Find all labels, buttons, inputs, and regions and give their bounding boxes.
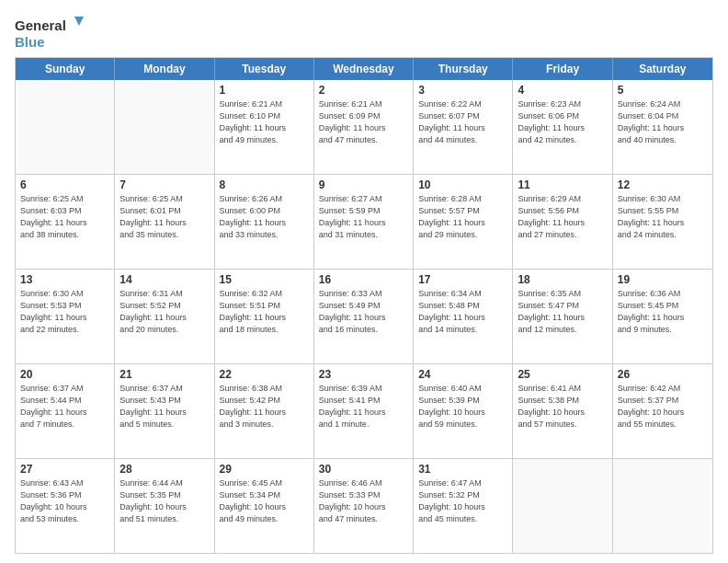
day-info: Sunrise: 6:27 AM Sunset: 5:59 PM Dayligh… [319,193,408,241]
day-number: 22 [220,368,309,381]
day-cell: 12Sunrise: 6:30 AM Sunset: 5:55 PM Dayli… [613,175,712,269]
logo: GeneralBlue [15,15,88,52]
day-cell: 28Sunrise: 6:44 AM Sunset: 5:35 PM Dayli… [115,459,214,553]
day-cell [16,80,115,174]
day-cell: 8Sunrise: 6:26 AM Sunset: 6:00 PM Daylig… [215,175,314,269]
day-cell: 18Sunrise: 6:35 AM Sunset: 5:47 PM Dayli… [513,270,612,363]
day-info: Sunrise: 6:30 AM Sunset: 5:53 PM Dayligh… [20,288,109,336]
day-info: Sunrise: 6:47 AM Sunset: 5:32 PM Dayligh… [418,477,507,525]
day-cell: 29Sunrise: 6:45 AM Sunset: 5:34 PM Dayli… [215,459,314,553]
day-info: Sunrise: 6:25 AM Sunset: 6:03 PM Dayligh… [20,193,109,241]
weekday-header-friday: Friday [513,58,612,80]
calendar-row-1: 1Sunrise: 6:21 AM Sunset: 6:10 PM Daylig… [16,80,712,174]
weekday-header-monday: Monday [115,58,214,80]
day-cell: 27Sunrise: 6:43 AM Sunset: 5:36 PM Dayli… [16,459,115,553]
day-number: 9 [319,178,408,191]
day-info: Sunrise: 6:46 AM Sunset: 5:33 PM Dayligh… [319,477,408,525]
day-cell: 14Sunrise: 6:31 AM Sunset: 5:52 PM Dayli… [115,270,214,363]
day-number: 31 [418,463,507,476]
day-number: 26 [618,368,708,381]
calendar: SundayMondayTuesdayWednesdayThursdayFrid… [15,57,713,554]
day-cell [115,80,214,174]
day-cell: 25Sunrise: 6:41 AM Sunset: 5:38 PM Dayli… [513,364,612,458]
day-number: 25 [518,368,607,381]
day-cell: 24Sunrise: 6:40 AM Sunset: 5:39 PM Dayli… [414,364,513,458]
day-cell: 15Sunrise: 6:32 AM Sunset: 5:51 PM Dayli… [215,270,314,363]
day-info: Sunrise: 6:32 AM Sunset: 5:51 PM Dayligh… [220,288,309,336]
day-info: Sunrise: 6:21 AM Sunset: 6:09 PM Dayligh… [319,98,408,146]
day-info: Sunrise: 6:25 AM Sunset: 6:01 PM Dayligh… [119,193,209,241]
day-number: 17 [418,273,507,286]
day-info: Sunrise: 6:28 AM Sunset: 5:57 PM Dayligh… [418,193,507,241]
day-info: Sunrise: 6:30 AM Sunset: 5:55 PM Dayligh… [618,193,708,241]
day-cell: 3Sunrise: 6:22 AM Sunset: 6:07 PM Daylig… [414,80,513,174]
day-cell: 19Sunrise: 6:36 AM Sunset: 5:45 PM Dayli… [613,270,712,363]
day-cell: 31Sunrise: 6:47 AM Sunset: 5:32 PM Dayli… [414,459,513,553]
day-number: 4 [518,84,607,97]
day-info: Sunrise: 6:22 AM Sunset: 6:07 PM Dayligh… [418,98,507,146]
day-info: Sunrise: 6:34 AM Sunset: 5:48 PM Dayligh… [418,288,507,336]
calendar-header: SundayMondayTuesdayWednesdayThursdayFrid… [16,58,712,80]
day-number: 24 [418,368,507,381]
day-cell: 30Sunrise: 6:46 AM Sunset: 5:33 PM Dayli… [314,459,414,553]
day-number: 7 [119,178,209,191]
day-cell: 5Sunrise: 6:24 AM Sunset: 6:04 PM Daylig… [613,80,712,174]
svg-marker-2 [74,17,84,26]
day-number: 12 [618,178,708,191]
day-info: Sunrise: 6:39 AM Sunset: 5:41 PM Dayligh… [319,383,408,431]
header: GeneralBlue [15,15,713,52]
day-number: 6 [20,178,109,191]
weekday-header-sunday: Sunday [16,58,115,80]
day-info: Sunrise: 6:31 AM Sunset: 5:52 PM Dayligh… [119,288,209,336]
weekday-header-thursday: Thursday [414,58,513,80]
day-number: 21 [119,368,209,381]
day-number: 27 [20,463,109,476]
day-number: 10 [418,178,507,191]
day-cell: 23Sunrise: 6:39 AM Sunset: 5:41 PM Dayli… [314,364,414,458]
day-cell: 26Sunrise: 6:42 AM Sunset: 5:37 PM Dayli… [613,364,712,458]
day-cell: 21Sunrise: 6:37 AM Sunset: 5:43 PM Dayli… [115,364,214,458]
day-cell: 9Sunrise: 6:27 AM Sunset: 5:59 PM Daylig… [314,175,414,269]
day-cell: 2Sunrise: 6:21 AM Sunset: 6:09 PM Daylig… [314,80,414,174]
calendar-row-5: 27Sunrise: 6:43 AM Sunset: 5:36 PM Dayli… [16,458,712,553]
svg-text:General: General [15,17,66,33]
logo-svg: GeneralBlue [15,15,88,52]
day-info: Sunrise: 6:23 AM Sunset: 6:06 PM Dayligh… [518,98,607,146]
svg-text:Blue: Blue [15,34,45,50]
day-info: Sunrise: 6:35 AM Sunset: 5:47 PM Dayligh… [518,288,607,336]
day-number: 13 [20,273,109,286]
day-number: 15 [220,273,309,286]
day-number: 29 [220,463,309,476]
day-cell: 1Sunrise: 6:21 AM Sunset: 6:10 PM Daylig… [215,80,314,174]
day-cell: 7Sunrise: 6:25 AM Sunset: 6:01 PM Daylig… [115,175,214,269]
day-cell: 22Sunrise: 6:38 AM Sunset: 5:42 PM Dayli… [215,364,314,458]
day-number: 16 [319,273,408,286]
day-number: 5 [618,84,708,97]
day-info: Sunrise: 6:37 AM Sunset: 5:43 PM Dayligh… [119,383,209,431]
day-number: 20 [20,368,109,381]
weekday-header-wednesday: Wednesday [314,58,414,80]
day-info: Sunrise: 6:36 AM Sunset: 5:45 PM Dayligh… [618,288,708,336]
day-info: Sunrise: 6:29 AM Sunset: 5:56 PM Dayligh… [518,193,607,241]
day-info: Sunrise: 6:24 AM Sunset: 6:04 PM Dayligh… [618,98,708,146]
day-number: 3 [418,84,507,97]
day-number: 8 [220,178,309,191]
day-cell: 6Sunrise: 6:25 AM Sunset: 6:03 PM Daylig… [16,175,115,269]
day-info: Sunrise: 6:45 AM Sunset: 5:34 PM Dayligh… [220,477,309,525]
calendar-row-2: 6Sunrise: 6:25 AM Sunset: 6:03 PM Daylig… [16,174,712,269]
day-info: Sunrise: 6:42 AM Sunset: 5:37 PM Dayligh… [618,383,708,431]
day-info: Sunrise: 6:26 AM Sunset: 6:00 PM Dayligh… [220,193,309,241]
day-number: 14 [119,273,209,286]
day-number: 2 [319,84,408,97]
day-cell [513,459,612,553]
day-cell: 13Sunrise: 6:30 AM Sunset: 5:53 PM Dayli… [16,270,115,363]
weekday-header-saturday: Saturday [613,58,712,80]
day-info: Sunrise: 6:21 AM Sunset: 6:10 PM Dayligh… [220,98,309,146]
day-number: 1 [220,84,309,97]
day-info: Sunrise: 6:44 AM Sunset: 5:35 PM Dayligh… [119,477,209,525]
day-cell: 20Sunrise: 6:37 AM Sunset: 5:44 PM Dayli… [16,364,115,458]
day-cell: 4Sunrise: 6:23 AM Sunset: 6:06 PM Daylig… [513,80,612,174]
calendar-row-4: 20Sunrise: 6:37 AM Sunset: 5:44 PM Dayli… [16,363,712,458]
weekday-header-tuesday: Tuesday [215,58,314,80]
day-number: 11 [518,178,607,191]
